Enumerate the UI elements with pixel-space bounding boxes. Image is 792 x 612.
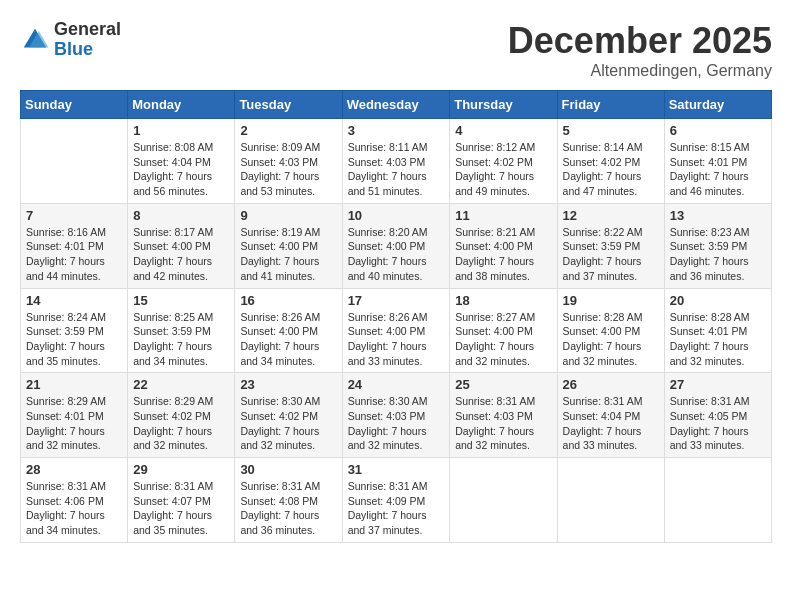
- day-info: Sunrise: 8:12 AM Sunset: 4:02 PM Dayligh…: [455, 140, 551, 199]
- calendar-cell: 28Sunrise: 8:31 AM Sunset: 4:06 PM Dayli…: [21, 458, 128, 543]
- day-info: Sunrise: 8:23 AM Sunset: 3:59 PM Dayligh…: [670, 225, 766, 284]
- day-info: Sunrise: 8:31 AM Sunset: 4:08 PM Dayligh…: [240, 479, 336, 538]
- day-info: Sunrise: 8:09 AM Sunset: 4:03 PM Dayligh…: [240, 140, 336, 199]
- calendar-cell: 5Sunrise: 8:14 AM Sunset: 4:02 PM Daylig…: [557, 119, 664, 204]
- calendar-cell: 24Sunrise: 8:30 AM Sunset: 4:03 PM Dayli…: [342, 373, 450, 458]
- day-number: 24: [348, 377, 445, 392]
- location-subtitle: Altenmedingen, Germany: [508, 62, 772, 80]
- calendar-cell: 22Sunrise: 8:29 AM Sunset: 4:02 PM Dayli…: [128, 373, 235, 458]
- calendar-cell: 9Sunrise: 8:19 AM Sunset: 4:00 PM Daylig…: [235, 203, 342, 288]
- calendar-cell: 30Sunrise: 8:31 AM Sunset: 4:08 PM Dayli…: [235, 458, 342, 543]
- calendar-cell: 18Sunrise: 8:27 AM Sunset: 4:00 PM Dayli…: [450, 288, 557, 373]
- day-info: Sunrise: 8:20 AM Sunset: 4:00 PM Dayligh…: [348, 225, 445, 284]
- calendar-cell: 23Sunrise: 8:30 AM Sunset: 4:02 PM Dayli…: [235, 373, 342, 458]
- day-info: Sunrise: 8:26 AM Sunset: 4:00 PM Dayligh…: [240, 310, 336, 369]
- day-info: Sunrise: 8:17 AM Sunset: 4:00 PM Dayligh…: [133, 225, 229, 284]
- weekday-header-friday: Friday: [557, 91, 664, 119]
- day-info: Sunrise: 8:28 AM Sunset: 4:01 PM Dayligh…: [670, 310, 766, 369]
- calendar-week-row: 1Sunrise: 8:08 AM Sunset: 4:04 PM Daylig…: [21, 119, 772, 204]
- day-info: Sunrise: 8:08 AM Sunset: 4:04 PM Dayligh…: [133, 140, 229, 199]
- day-number: 16: [240, 293, 336, 308]
- calendar-cell: 21Sunrise: 8:29 AM Sunset: 4:01 PM Dayli…: [21, 373, 128, 458]
- day-number: 31: [348, 462, 445, 477]
- calendar-week-row: 7Sunrise: 8:16 AM Sunset: 4:01 PM Daylig…: [21, 203, 772, 288]
- day-number: 28: [26, 462, 122, 477]
- day-number: 27: [670, 377, 766, 392]
- day-info: Sunrise: 8:31 AM Sunset: 4:05 PM Dayligh…: [670, 394, 766, 453]
- weekday-header-tuesday: Tuesday: [235, 91, 342, 119]
- page-header: General Blue December 2025 Altenmedingen…: [20, 20, 772, 80]
- calendar-cell: 13Sunrise: 8:23 AM Sunset: 3:59 PM Dayli…: [664, 203, 771, 288]
- calendar-cell: 14Sunrise: 8:24 AM Sunset: 3:59 PM Dayli…: [21, 288, 128, 373]
- day-number: 29: [133, 462, 229, 477]
- day-info: Sunrise: 8:31 AM Sunset: 4:03 PM Dayligh…: [455, 394, 551, 453]
- day-info: Sunrise: 8:11 AM Sunset: 4:03 PM Dayligh…: [348, 140, 445, 199]
- calendar-cell: 12Sunrise: 8:22 AM Sunset: 3:59 PM Dayli…: [557, 203, 664, 288]
- calendar-week-row: 28Sunrise: 8:31 AM Sunset: 4:06 PM Dayli…: [21, 458, 772, 543]
- calendar-header-row: SundayMondayTuesdayWednesdayThursdayFrid…: [21, 91, 772, 119]
- day-info: Sunrise: 8:15 AM Sunset: 4:01 PM Dayligh…: [670, 140, 766, 199]
- day-info: Sunrise: 8:27 AM Sunset: 4:00 PM Dayligh…: [455, 310, 551, 369]
- calendar-cell: [450, 458, 557, 543]
- calendar-cell: 7Sunrise: 8:16 AM Sunset: 4:01 PM Daylig…: [21, 203, 128, 288]
- day-info: Sunrise: 8:31 AM Sunset: 4:07 PM Dayligh…: [133, 479, 229, 538]
- day-number: 25: [455, 377, 551, 392]
- logo-text: General Blue: [54, 20, 121, 60]
- day-info: Sunrise: 8:14 AM Sunset: 4:02 PM Dayligh…: [563, 140, 659, 199]
- day-number: 18: [455, 293, 551, 308]
- day-number: 19: [563, 293, 659, 308]
- calendar-cell: 11Sunrise: 8:21 AM Sunset: 4:00 PM Dayli…: [450, 203, 557, 288]
- calendar-cell: 31Sunrise: 8:31 AM Sunset: 4:09 PM Dayli…: [342, 458, 450, 543]
- calendar-cell: 1Sunrise: 8:08 AM Sunset: 4:04 PM Daylig…: [128, 119, 235, 204]
- day-number: 4: [455, 123, 551, 138]
- day-number: 21: [26, 377, 122, 392]
- calendar-cell: 26Sunrise: 8:31 AM Sunset: 4:04 PM Dayli…: [557, 373, 664, 458]
- calendar-cell: 29Sunrise: 8:31 AM Sunset: 4:07 PM Dayli…: [128, 458, 235, 543]
- day-info: Sunrise: 8:31 AM Sunset: 4:06 PM Dayligh…: [26, 479, 122, 538]
- day-number: 3: [348, 123, 445, 138]
- calendar-week-row: 21Sunrise: 8:29 AM Sunset: 4:01 PM Dayli…: [21, 373, 772, 458]
- calendar-cell: [21, 119, 128, 204]
- calendar-week-row: 14Sunrise: 8:24 AM Sunset: 3:59 PM Dayli…: [21, 288, 772, 373]
- day-info: Sunrise: 8:24 AM Sunset: 3:59 PM Dayligh…: [26, 310, 122, 369]
- calendar-cell: 4Sunrise: 8:12 AM Sunset: 4:02 PM Daylig…: [450, 119, 557, 204]
- day-info: Sunrise: 8:29 AM Sunset: 4:02 PM Dayligh…: [133, 394, 229, 453]
- logo-blue-text: Blue: [54, 40, 121, 60]
- day-info: Sunrise: 8:28 AM Sunset: 4:00 PM Dayligh…: [563, 310, 659, 369]
- calendar-cell: [557, 458, 664, 543]
- day-number: 23: [240, 377, 336, 392]
- day-info: Sunrise: 8:22 AM Sunset: 3:59 PM Dayligh…: [563, 225, 659, 284]
- calendar-cell: 16Sunrise: 8:26 AM Sunset: 4:00 PM Dayli…: [235, 288, 342, 373]
- day-number: 22: [133, 377, 229, 392]
- day-number: 11: [455, 208, 551, 223]
- day-number: 13: [670, 208, 766, 223]
- day-number: 2: [240, 123, 336, 138]
- month-title: December 2025: [508, 20, 772, 62]
- calendar-table: SundayMondayTuesdayWednesdayThursdayFrid…: [20, 90, 772, 543]
- day-number: 12: [563, 208, 659, 223]
- calendar-cell: 15Sunrise: 8:25 AM Sunset: 3:59 PM Dayli…: [128, 288, 235, 373]
- weekday-header-thursday: Thursday: [450, 91, 557, 119]
- day-info: Sunrise: 8:16 AM Sunset: 4:01 PM Dayligh…: [26, 225, 122, 284]
- calendar-cell: 17Sunrise: 8:26 AM Sunset: 4:00 PM Dayli…: [342, 288, 450, 373]
- day-number: 8: [133, 208, 229, 223]
- day-number: 14: [26, 293, 122, 308]
- calendar-cell: 10Sunrise: 8:20 AM Sunset: 4:00 PM Dayli…: [342, 203, 450, 288]
- calendar-cell: 20Sunrise: 8:28 AM Sunset: 4:01 PM Dayli…: [664, 288, 771, 373]
- day-info: Sunrise: 8:29 AM Sunset: 4:01 PM Dayligh…: [26, 394, 122, 453]
- day-info: Sunrise: 8:31 AM Sunset: 4:09 PM Dayligh…: [348, 479, 445, 538]
- day-number: 1: [133, 123, 229, 138]
- day-number: 10: [348, 208, 445, 223]
- day-info: Sunrise: 8:25 AM Sunset: 3:59 PM Dayligh…: [133, 310, 229, 369]
- logo-icon: [20, 25, 50, 55]
- day-number: 26: [563, 377, 659, 392]
- logo: General Blue: [20, 20, 121, 60]
- weekday-header-wednesday: Wednesday: [342, 91, 450, 119]
- calendar-cell: 25Sunrise: 8:31 AM Sunset: 4:03 PM Dayli…: [450, 373, 557, 458]
- calendar-cell: 3Sunrise: 8:11 AM Sunset: 4:03 PM Daylig…: [342, 119, 450, 204]
- day-info: Sunrise: 8:26 AM Sunset: 4:00 PM Dayligh…: [348, 310, 445, 369]
- weekday-header-sunday: Sunday: [21, 91, 128, 119]
- calendar-cell: [664, 458, 771, 543]
- day-info: Sunrise: 8:30 AM Sunset: 4:02 PM Dayligh…: [240, 394, 336, 453]
- day-number: 5: [563, 123, 659, 138]
